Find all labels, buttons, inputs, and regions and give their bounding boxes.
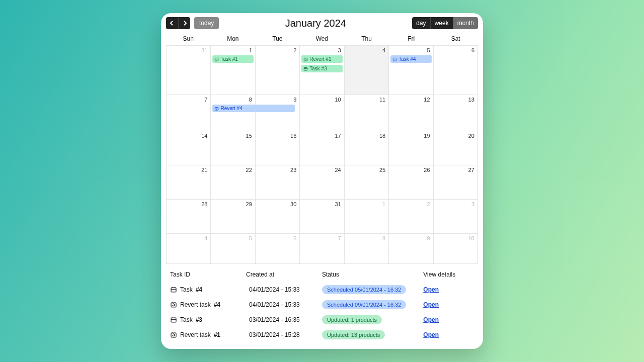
calendar-date: 2: [257, 47, 298, 53]
calendar-cell[interactable]: 10: [300, 95, 344, 131]
calendar-revert-icon: [214, 106, 219, 111]
calendar-date: 10: [301, 97, 342, 103]
calendar-cell[interactable]: 5Task #4: [389, 46, 433, 95]
task-created: 03/01/2024 - 16:35: [246, 316, 322, 323]
calendar-date: 31: [168, 47, 209, 53]
col-details: View details: [423, 271, 474, 278]
calendar-cell[interactable]: 12: [389, 95, 433, 131]
calendar-cell[interactable]: 28: [167, 200, 211, 234]
calendar-cell[interactable]: 20: [434, 131, 478, 165]
calendar-revert-icon: [170, 301, 177, 308]
calendar-cell[interactable]: 14: [167, 131, 211, 165]
task-list: Task ID Created at Status View details T…: [161, 264, 483, 342]
calendar-date: 21: [168, 167, 209, 173]
open-link[interactable]: Open: [423, 286, 439, 293]
calendar-date: 16: [257, 133, 298, 139]
calendar-date: 13: [435, 97, 476, 103]
next-button[interactable]: [178, 17, 190, 29]
calendar-cell[interactable]: 16: [256, 131, 300, 165]
task-status: Scheduled 05/01/2024 - 16:32: [322, 285, 423, 294]
calendar-date: 25: [346, 167, 387, 173]
calendar-cell[interactable]: 3: [434, 200, 478, 234]
calendar-date: 31: [301, 201, 342, 207]
calendar-cell[interactable]: 31: [300, 200, 344, 234]
calendar-cell[interactable]: 15: [211, 131, 255, 165]
calendar-date: 23: [257, 167, 298, 173]
calendar-event[interactable]: Task #1: [212, 55, 253, 63]
task-row: Task #303/01/2024 - 16:35Updated: 1 prod…: [170, 312, 474, 327]
calendar-cell[interactable]: 18: [345, 131, 389, 165]
calendar-cell[interactable]: 22: [211, 165, 255, 200]
task-number: #4: [214, 301, 220, 308]
calendar-cell[interactable]: 17: [300, 131, 344, 165]
calendar-icon: [170, 316, 177, 323]
calendar-cell[interactable]: 3Revert #1Task #3: [300, 46, 344, 95]
event-label: Revert #4: [220, 106, 242, 111]
calendar-date: 27: [435, 167, 476, 173]
col-created: Created at: [246, 271, 322, 278]
calendar-date: 12: [390, 97, 431, 103]
calendar-date: 6: [257, 235, 298, 241]
task-created: 04/01/2024 - 15:33: [246, 301, 322, 308]
calendar-date: 26: [390, 167, 431, 173]
today-button[interactable]: today: [194, 17, 219, 29]
day-of-week: Thu: [344, 32, 389, 45]
calendar-revert-icon: [170, 331, 177, 338]
calendar-cell[interactable]: 1Task #1: [211, 46, 255, 95]
calendar-event[interactable]: Task #3: [301, 65, 342, 72]
calendar-cell[interactable]: 4: [167, 234, 211, 264]
calendar-event[interactable]: Revert #4: [212, 105, 295, 112]
calendar-date: 19: [390, 133, 431, 139]
calendar-date: 28: [168, 201, 209, 207]
calendar-cell[interactable]: 2: [256, 46, 300, 95]
task-row: Revert task #103/01/2024 - 15:28Updated:…: [170, 327, 474, 342]
calendar-cell[interactable]: 19: [389, 131, 433, 165]
calendar-event[interactable]: Revert #1: [301, 55, 342, 63]
calendar-cell[interactable]: 25: [345, 165, 389, 200]
calendar-event[interactable]: Task #4: [390, 55, 431, 63]
calendar-cell[interactable]: 6: [434, 46, 478, 95]
calendar-cell[interactable]: 23: [256, 165, 300, 200]
task-number: #4: [196, 286, 202, 293]
calendar-cell[interactable]: 31: [167, 46, 211, 95]
status-badge: Scheduled 09/01/2024 - 16:32: [322, 300, 406, 309]
view-week-button[interactable]: week: [430, 17, 453, 29]
calendar-date: 4: [346, 47, 387, 53]
col-status: Status: [322, 271, 423, 278]
calendar-cell[interactable]: 21: [167, 165, 211, 200]
calendar-cell[interactable]: 6: [256, 234, 300, 264]
task-number: #1: [214, 331, 220, 338]
calendar-cell[interactable]: 1: [345, 200, 389, 234]
open-link[interactable]: Open: [423, 316, 439, 323]
task-name: Task: [180, 316, 193, 323]
calendar-cell[interactable]: 26: [389, 165, 433, 200]
svg-rect-3: [393, 58, 396, 60]
calendar-cell[interactable]: 9: [389, 234, 433, 264]
calendar-cell[interactable]: 5: [211, 234, 255, 264]
calendar-cell[interactable]: 7: [300, 234, 344, 264]
calendar-cell[interactable]: 11: [345, 95, 389, 131]
calendar-cell[interactable]: 10: [434, 234, 478, 264]
calendar-cell[interactable]: 30: [256, 200, 300, 234]
calendar-date: 1: [346, 201, 387, 207]
calendar-icon: [214, 57, 219, 61]
calendar-cell[interactable]: 7: [167, 95, 211, 131]
view-day-button[interactable]: day: [412, 17, 430, 29]
calendar-icon: [392, 57, 397, 61]
day-of-week: Fri: [389, 32, 434, 45]
calendar-cell[interactable]: 24: [300, 165, 344, 200]
calendar-cell[interactable]: 4: [345, 46, 389, 95]
calendar-cell[interactable]: 9: [256, 95, 300, 131]
open-link[interactable]: Open: [423, 301, 439, 308]
calendar-cell[interactable]: 8Revert #4: [211, 95, 255, 131]
calendar-cell[interactable]: 27: [434, 165, 478, 200]
view-month-button[interactable]: month: [453, 17, 478, 29]
calendar-cell[interactable]: 13: [434, 95, 478, 131]
calendar: SunMonTueWedThuFriSat 311Task #123Revert…: [161, 32, 483, 264]
open-link[interactable]: Open: [423, 331, 439, 338]
calendar-cell[interactable]: 29: [211, 200, 255, 234]
prev-button[interactable]: [166, 17, 178, 29]
calendar-cell[interactable]: 2: [389, 200, 433, 234]
calendar-cell[interactable]: 8: [345, 234, 389, 264]
day-of-week: Sun: [166, 32, 211, 45]
